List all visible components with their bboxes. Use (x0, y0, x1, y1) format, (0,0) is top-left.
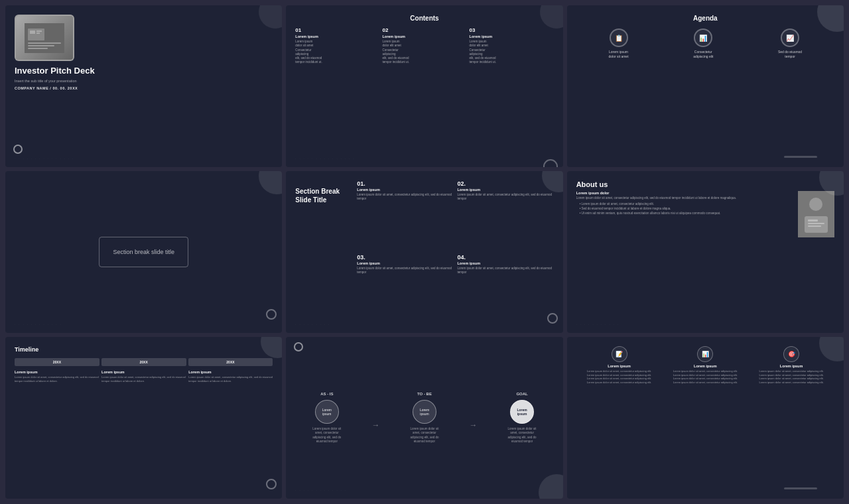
asis-circle-2: Loremipsum (413, 400, 436, 424)
col-text-2: Lorem ipsumdolor elit ametConsecteturadi… (382, 40, 466, 65)
cover-subtitle: Insert the sub title of your presentatio… (15, 79, 273, 83)
timeline-heading: Timeline (15, 346, 273, 353)
asis-grid: AS - IS Loremipsum Lorem ipsum dolor sit… (295, 346, 553, 489)
about-bullet-1: Lorem ipsum dolor sit amet, consectetur … (576, 202, 794, 207)
asis-col-2: TO - BE Loremipsum Lorem ipsum dolor sit… (406, 392, 442, 444)
timeline-cols: Lorem ipsum Lorem ipsum dolor sit amet, … (15, 370, 273, 383)
slide-about: About us Lorem ipsum dolor Lorem ipsum d… (567, 171, 844, 333)
about-content: Lorem ipsum dolor Lorem ipsum dolor sit … (576, 191, 834, 237)
icon-title-3: Lorem ipsum (780, 364, 803, 368)
tl-col-text-1: Lorem ipsum dolor sit amet, consectetur … (15, 375, 99, 383)
col-title-3: Lorem ipsum (470, 34, 554, 38)
agenda-item-1: 📋 Lorem ipsumdolor sit amet (609, 29, 629, 59)
contents-heading: Contents (295, 15, 553, 22)
col-num-2: 02 (382, 27, 466, 33)
contents-grid: 01 Lorem ipsum Lorem ipsumdolor sit amet… (295, 27, 553, 65)
deco-circle-br (547, 313, 558, 324)
deco-circle (817, 5, 844, 32)
point-num-2: 02. (457, 180, 553, 187)
icon-text-3: Lorem ipsum dolor sit amet, consectetur … (759, 369, 823, 384)
svg-rect-5 (28, 42, 61, 44)
slide-contents: Contents 01 Lorem ipsum Lorem ipsumdolor… (286, 5, 562, 167)
asis-sub-3: Lorem ipsum dolor sit amet, consectetur … (504, 427, 541, 444)
tl-col-title-2: Lorem ipsum (101, 370, 186, 374)
agenda-item-3: 📈 Sed do eiusmodtempor (778, 29, 802, 59)
section-break-title: Section break slide title (113, 248, 174, 257)
agenda-icon-1: 📋 (610, 29, 628, 47)
section-title-area: Section Break Slide Title (295, 180, 352, 324)
arrow-icon-2: → (470, 420, 478, 430)
icon-title-1: Lorem ipsum (608, 364, 631, 368)
point-num-4: 04. (457, 254, 553, 261)
point-num-1: 01. (357, 180, 453, 187)
col-text-3: Lorem ipsumdolor elit ametConsecteturadi… (470, 40, 554, 65)
col-title-1: Lorem ipsum (295, 34, 379, 38)
deco-circle (13, 145, 23, 154)
asis-sub-1: Lorem ipsum dolor sit amet, consectetur … (308, 427, 345, 444)
slide-asis-goal: AS - IS Loremipsum Lorem ipsum dolor sit… (286, 337, 562, 499)
tl-seg-3: 20XX (188, 358, 273, 366)
deco-quarter (259, 171, 282, 194)
agenda-icons: 📋 Lorem ipsumdolor sit amet 📊 Consectetu… (576, 29, 834, 59)
svg-rect-2 (30, 31, 35, 34)
slide-section-break: Section break slide title · · · · · · · … (5, 171, 282, 333)
tl-col-title-3: Lorem ipsum (188, 370, 273, 374)
deco-circle-br (266, 309, 277, 320)
timeline-bar: 20XX 20XX 20XX (15, 358, 273, 366)
col-title-2: Lorem ipsum (382, 34, 466, 38)
arrow-icon-1: → (371, 420, 379, 430)
tl-seg-2: 20XX (101, 358, 186, 366)
asis-circle-3: Loremipsum (510, 400, 534, 424)
deco-dots: · · · · · · · · · · · · · · · (15, 157, 74, 160)
icon-bg-1: 📝 (612, 346, 627, 362)
svg-rect-7 (28, 48, 48, 49)
cover-company: COMPANY NAME / 00. 00. 20XX (15, 86, 273, 90)
point-1: 01. Lorem ipsum Lorem ipsum dolor sit am… (357, 180, 453, 250)
slide-section-content: Section Break Slide Title 01. Lorem ipsu… (286, 171, 562, 333)
point-title-2: Lorem ipsum (457, 188, 553, 192)
tl-col-text-2: Lorem ipsum dolor sit amet, consectetur … (101, 375, 186, 383)
about-subtitle: Lorem ipsum dolor (576, 191, 794, 195)
about-bullet-3: Ut enim ad minim veniam, quis nostrud ex… (576, 212, 794, 216)
asis-col-3: GOAL Loremipsum Lorem ipsum dolor sit am… (504, 392, 541, 444)
svg-point-9 (809, 198, 822, 211)
icon-text-2: Lorem ipsum dolor sit amet, consectetur … (673, 369, 738, 384)
tl-col-1: Lorem ipsum Lorem ipsum dolor sit amet, … (15, 370, 99, 383)
point-3: 03. Lorem ipsum Lorem ipsum dolor sit am… (357, 254, 453, 324)
point-title-1: Lorem ipsum (357, 188, 453, 192)
cover-title: Investor Pitch Deck (15, 66, 273, 76)
point-text-3: Lorem ipsum dolor sit amet, consectetur … (357, 267, 453, 275)
about-bullet-2: Sed do eiusmod tempor incididunt ut labo… (576, 207, 794, 212)
point-title-4: Lorem ipsum (457, 261, 553, 265)
deco-dots: · · · · · · · · · · · (576, 323, 620, 326)
icon-item-1: 📝 Lorem ipsum Lorem ipsum dolor sit amet… (576, 346, 663, 384)
icons-row: 📝 Lorem ipsum Lorem ipsum dolor sit amet… (576, 346, 834, 384)
deco-circle-br (543, 159, 558, 167)
slide-timeline: Timeline 20XX 20XX 20XX Lorem ipsum Lore… (5, 337, 282, 499)
agenda-icon-2: 📊 (694, 29, 712, 47)
icon-text-1: Lorem ipsum dolor sit amet, consectetur … (587, 369, 651, 384)
deco-circle-br (266, 479, 277, 489)
deco-dots: · · · · · · · · · · · · · · · (295, 157, 355, 160)
icon-item-2: 📊 Lorem ipsum Lorem ipsum dolor sit amet… (662, 346, 748, 384)
icon-title-2: Lorem ipsum (694, 364, 717, 368)
slide-icons-grid: 📝 Lorem ipsum Lorem ipsum dolor sit amet… (567, 337, 844, 499)
section-heading: Section Break Slide Title (295, 187, 352, 204)
asis-label-3: GOAL (516, 392, 527, 396)
point-text-1: Lorem ipsum dolor sit amet, consectetur … (357, 193, 453, 202)
tl-seg-1: 20XX (15, 358, 99, 366)
col-text-1: Lorem ipsumdolor sit ametConsecteturadip… (295, 40, 379, 65)
asis-arrow-1: → (371, 406, 379, 430)
point-num-3: 03. (357, 254, 453, 261)
slide-grid: Investor Pitch Deck Insert the sub title… (0, 0, 849, 504)
tl-col-title-1: Lorem ipsum (15, 370, 99, 374)
content-col-1: 01 Lorem ipsum Lorem ipsumdolor sit amet… (295, 27, 379, 65)
tl-col-2: Lorem ipsum Lorem ipsum dolor sit amet, … (101, 370, 186, 383)
content-col-3: 03 Lorem ipsum Lorem ipsumdolor elit ame… (470, 27, 554, 65)
col-num-1: 01 (295, 27, 379, 33)
svg-rect-6 (28, 45, 54, 46)
deco-dots: · · · · · · · · · · · · · (295, 489, 347, 492)
deco-line (784, 156, 817, 158)
agenda-heading: Agenda (576, 15, 834, 22)
agenda-label-2: Consecteturadipiscing elit (693, 50, 713, 59)
